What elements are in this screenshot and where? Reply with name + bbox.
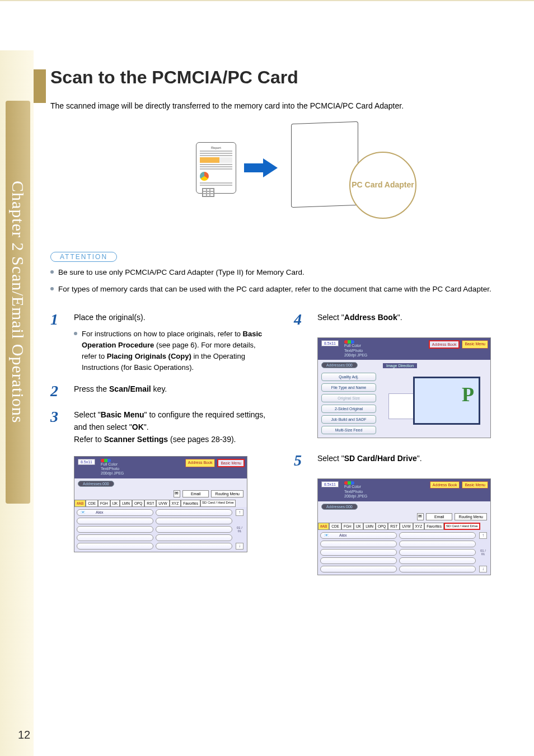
sd-card-tab-highlighted[interactable]: SD Card / Hard Drive	[444, 523, 480, 530]
page-number: 12	[18, 729, 30, 741]
scroll-up-icon[interactable]: ↑	[479, 532, 487, 539]
paper-size: 8.5x11	[78, 459, 95, 465]
email-button[interactable]: Email	[182, 490, 209, 497]
step-5: 5 Select "SD Card/Hard Drive".	[294, 453, 515, 468]
page-counter: 01 / 01	[235, 526, 245, 533]
file-type-name-button[interactable]: File Type and Name	[321, 383, 376, 392]
screen-basic-menu: 8.5x11 Full Color Text/Photo 200dpi JPEG…	[74, 456, 247, 552]
section-accent	[34, 69, 46, 103]
scroll-down-icon[interactable]: ↓	[236, 543, 243, 550]
scroll-down-icon[interactable]: ↓	[479, 566, 487, 572]
intro-text: The scanned image will be directly trans…	[50, 101, 515, 110]
chapter-tab-text: Chapter 2 Scan/Email Operations	[8, 181, 27, 423]
image-direction-label: Image Direction	[383, 363, 417, 368]
screen-sd-card: 8.5x11 Full Color Text/Photo 200dpi JPEG…	[317, 478, 491, 575]
chapter-tab: Chapter 2 Scan/Email Operations	[6, 101, 30, 504]
original-size-button[interactable]: Original Size	[321, 394, 376, 402]
attention-badge: ATTENTION	[50, 252, 117, 262]
monitor-preview-icon: P	[413, 377, 480, 425]
list-item[interactable]	[77, 534, 153, 541]
job-build-sadf-button[interactable]: Job Build and SADF	[321, 415, 376, 424]
address-book-button[interactable]: Address Book	[185, 459, 216, 467]
arrow-right-icon	[244, 158, 278, 177]
step-1: 1 Place the original(s). For instruction…	[50, 312, 271, 373]
address-book-button[interactable]: Address Book	[430, 481, 460, 489]
attention-item: Be sure to use only PCMCIA/PC Card Adapt…	[50, 266, 515, 279]
attention-list: Be sure to use only PCMCIA/PC Card Adapt…	[50, 266, 515, 295]
basic-menu-button-highlighted[interactable]: Basic Menu	[217, 459, 245, 467]
two-sided-original-button[interactable]: 2-Sided Original	[321, 405, 376, 413]
step-1-note: For instructions on how to place origina…	[74, 328, 271, 374]
figure: Report PC Card Adapter	[50, 120, 515, 215]
list-item[interactable]	[77, 518, 153, 524]
addresses-pill[interactable]: Addresses:000	[78, 481, 114, 487]
scroll-up-icon[interactable]: ↑	[236, 509, 243, 516]
pc-card-adapter-callout: PC Card Adapter	[349, 152, 416, 219]
alpha-tabs: #AB CDE FGH IJK LMN OPQ RST UVW XYZ Favo…	[74, 500, 247, 507]
multi-size-feed-button[interactable]: Multi-Size Feed	[321, 426, 376, 434]
sd-card-tab[interactable]: SD Card / Hard Drive	[200, 500, 236, 507]
printer-icon: PC Card Adapter	[285, 120, 369, 215]
list-item[interactable]	[77, 543, 153, 550]
attention-item: For types of memory cards that can be us…	[50, 283, 515, 295]
list-item[interactable]: 📧 Alex	[77, 509, 153, 516]
basic-menu-button[interactable]: Basic Menu	[462, 481, 488, 489]
screen-address-book: 8.5x11 Full Color Text/Photo 200dpi JPEG…	[317, 337, 491, 438]
routing-menu-button[interactable]: Routing Menu	[211, 490, 243, 497]
quality-adj-button[interactable]: Quality Adj.	[321, 373, 376, 381]
page-title: Scan to the PCMCIA/PC Card	[50, 67, 515, 88]
step-4: 4 Select "Address Book".	[294, 312, 515, 327]
report-document-icon: Report	[196, 142, 236, 194]
basic-menu-button[interactable]: Basic Menu	[462, 340, 488, 349]
step-2: 2 Press the Scan/Email key.	[50, 383, 271, 399]
step-3: 3 Select "Basic Menu" to configure the r…	[50, 409, 271, 445]
address-book-button-highlighted[interactable]: Address Book	[429, 340, 460, 349]
list-item[interactable]	[77, 526, 153, 533]
tab-ab[interactable]: #AB	[74, 500, 86, 507]
